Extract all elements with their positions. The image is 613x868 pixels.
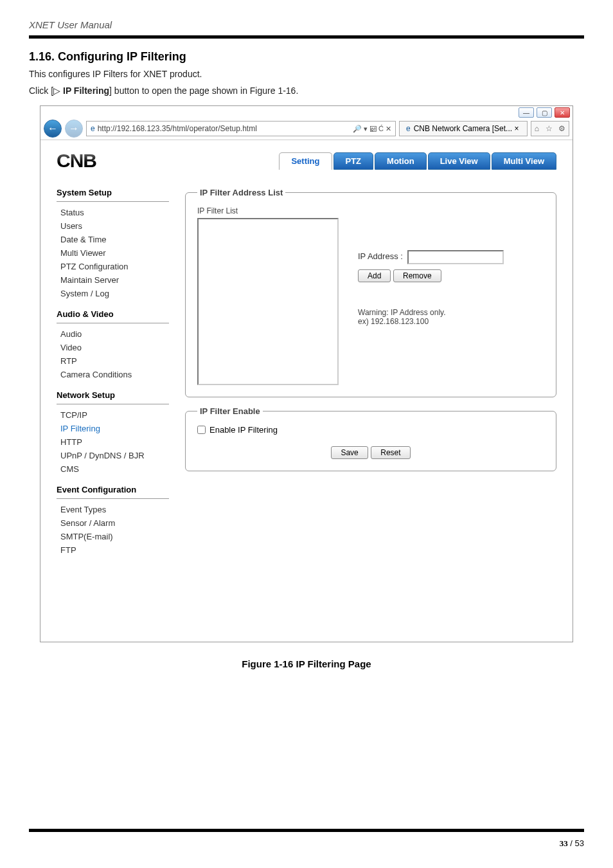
enable-ip-filtering-label[interactable]: Enable IP Filtering: [197, 425, 544, 435]
add-button[interactable]: Add: [358, 269, 391, 282]
address-bar-row: ← → e http://192.168.123.35/html/operato…: [40, 118, 573, 140]
sidebar-item-audio[interactable]: Audio: [57, 327, 169, 341]
forward-button[interactable]: →: [65, 120, 83, 138]
url-text: http://192.168.123.35/html/operator/Setu…: [98, 124, 257, 133]
ip-filter-enable-legend: IP Filter Enable: [197, 406, 263, 416]
app-body: CNB Setting PTZ Motion Live View Multi V…: [40, 140, 573, 642]
sidebar-item-rtp[interactable]: RTP: [57, 354, 169, 368]
gear-icon[interactable]: ⚙: [558, 124, 565, 133]
instruction-prefix: Click [▷: [29, 86, 63, 96]
sidebar-item-datetime[interactable]: Date & Time: [57, 233, 169, 246]
sidebar-item-camcond[interactable]: Camera Conditions: [57, 368, 169, 381]
section-title: 1.16. Configuring IP Filtering: [29, 50, 584, 64]
sidebar-item-upnp[interactable]: UPnP / DynDNS / BJR: [57, 449, 169, 462]
divider: [29, 35, 584, 39]
sidebar-item-ptzconfig[interactable]: PTZ Configuration: [57, 260, 169, 273]
sidebar-divider: [57, 498, 169, 499]
content-row: System Setup Status Users Date & Time Mu…: [57, 188, 556, 557]
sidebar-item-eventtypes[interactable]: Event Types: [57, 503, 169, 516]
top-nav-row: CNB Setting PTZ Motion Live View Multi V…: [57, 150, 556, 172]
sidebar-group-network: Network Setup: [57, 390, 169, 400]
url-box[interactable]: e http://192.168.123.35/html/operator/Se…: [86, 121, 396, 136]
main-panel: IP Filter Address List IP Filter List IP…: [185, 188, 556, 557]
ie-icon: e: [91, 124, 95, 133]
sidebar-item-ftp[interactable]: FTP: [57, 543, 169, 557]
logo: CNB: [57, 150, 96, 172]
favorites-icon[interactable]: ☆: [546, 124, 553, 133]
ie-tab-icon: e: [406, 124, 411, 133]
back-button[interactable]: ←: [44, 120, 62, 138]
tab-title: CNB Network Camera [Set... ×: [414, 124, 519, 133]
instruction-suffix: ] button to open the page shown in Figur…: [109, 86, 298, 96]
sidebar-divider: [57, 201, 169, 202]
ip-address-label: IP Address :: [358, 251, 403, 261]
url-control-icons: 🔎 ▾ 🗟 Ć ✕: [353, 125, 391, 133]
ip-filter-address-fieldset: IP Filter Address List IP Filter List IP…: [185, 188, 556, 397]
tab-multiview[interactable]: Multi View: [492, 152, 556, 170]
page-number: 33 / 53: [29, 838, 584, 849]
page-total: / 53: [568, 838, 584, 848]
sidebar-item-ipfiltering[interactable]: IP Filtering: [57, 422, 169, 435]
sidebar-item-status[interactable]: Status: [57, 206, 169, 219]
reset-button[interactable]: Reset: [371, 446, 410, 459]
footer-divider: [29, 829, 584, 832]
tab-motion[interactable]: Motion: [375, 152, 427, 170]
ip-filter-enable-fieldset: IP Filter Enable Enable IP Filtering Sav…: [185, 406, 556, 471]
description-text: This configures IP Filters for XNET prod…: [29, 69, 584, 79]
save-button[interactable]: Save: [331, 446, 368, 459]
sidebar-item-cms[interactable]: CMS: [57, 462, 169, 476]
ip-address-row: IP Address :: [358, 250, 544, 264]
enable-ip-filtering-checkbox[interactable]: [197, 426, 206, 434]
tab-ptz[interactable]: PTZ: [333, 152, 374, 170]
sidebar-item-video[interactable]: Video: [57, 341, 169, 354]
tab-setting[interactable]: Setting: [279, 152, 332, 170]
browser-tab[interactable]: e CNB Network Camera [Set... ×: [399, 121, 528, 136]
maximize-button[interactable]: ▢: [537, 107, 552, 118]
ip-address-input[interactable]: [407, 250, 504, 264]
sidebar-item-sensoralarm[interactable]: Sensor / Alarm: [57, 516, 169, 530]
instruction-text: Click [▷ IP Filtering] button to open th…: [29, 86, 584, 96]
page-current: 33: [560, 838, 568, 848]
figure-caption: Figure 1-16 IP Filtering Page: [29, 658, 584, 669]
enable-label-text: Enable IP Filtering: [209, 425, 278, 435]
browser-window: — ▢ ✕ ← → e http://192.168.123.35/html/o…: [40, 105, 573, 642]
sidebar-group-av: Audio & Video: [57, 309, 169, 319]
sidebar-item-multiviewer[interactable]: Multi Viewer: [57, 246, 169, 260]
sidebar-item-smtp[interactable]: SMTP(E-mail): [57, 530, 169, 543]
sidebar-divider: [57, 404, 169, 404]
ip-filter-list-textarea[interactable]: [197, 218, 339, 385]
ip-filter-address-legend: IP Filter Address List: [197, 188, 285, 197]
ip-filter-list-label: IP Filter List: [197, 206, 544, 215]
sidebar-divider: [57, 323, 169, 323]
window-controls: — ▢ ✕: [40, 106, 573, 118]
warning-line2: ex) 192.168.123.100: [358, 317, 544, 326]
minimize-button[interactable]: —: [519, 107, 534, 118]
tab-liveview[interactable]: Live View: [428, 152, 490, 170]
main-tabs: Setting PTZ Motion Live View Multi View: [278, 152, 556, 170]
close-button[interactable]: ✕: [555, 107, 570, 118]
sidebar-group-event: Event Configuration: [57, 485, 169, 494]
manual-header: XNET User Manual: [29, 19, 584, 30]
home-icon[interactable]: ⌂: [535, 124, 539, 133]
sidebar-item-maintain[interactable]: Maintain Server: [57, 273, 169, 287]
sidebar-group-system: System Setup: [57, 188, 169, 197]
warning-line1: Warning: IP Address only.: [358, 308, 544, 317]
warning-text: Warning: IP Address only. ex) 192.168.12…: [358, 308, 544, 326]
remove-button[interactable]: Remove: [393, 269, 441, 282]
toolbar-icons: ⌂ ☆ ⚙: [531, 121, 569, 136]
sidebar-item-systemlog[interactable]: System / Log: [57, 287, 169, 300]
instruction-bold: IP Filtering: [63, 86, 109, 96]
sidebar-item-tcpip[interactable]: TCP/IP: [57, 408, 169, 422]
sidebar: System Setup Status Users Date & Time Mu…: [57, 188, 169, 557]
sidebar-item-http[interactable]: HTTP: [57, 435, 169, 449]
sidebar-item-users[interactable]: Users: [57, 219, 169, 233]
